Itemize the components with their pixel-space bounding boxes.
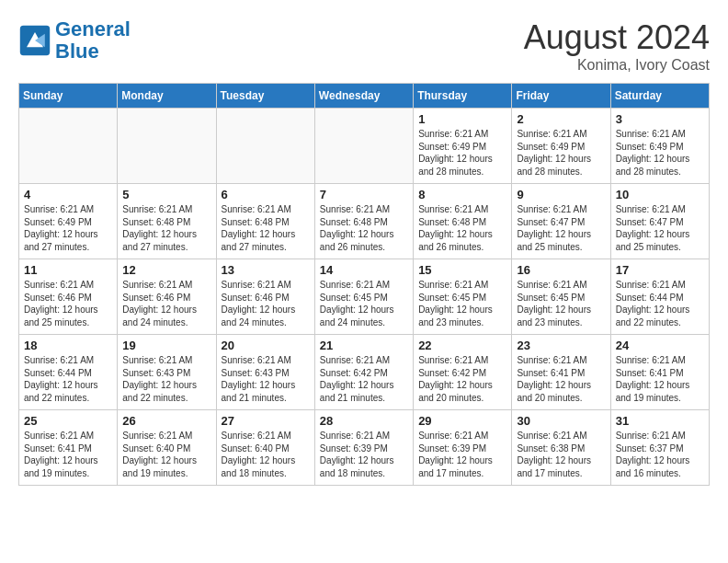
day-number: 15 (418, 263, 506, 277)
calendar-cell: 10Sunrise: 6:21 AM Sunset: 6:47 PM Dayli… (610, 184, 709, 259)
col-header-sunday: Sunday (19, 84, 118, 109)
calendar-table: SundayMondayTuesdayWednesdayThursdayFrid… (18, 83, 710, 486)
day-number: 17 (616, 263, 704, 277)
day-detail: Sunrise: 6:21 AM Sunset: 6:45 PM Dayligh… (418, 279, 506, 328)
day-detail: Sunrise: 6:21 AM Sunset: 6:39 PM Dayligh… (320, 430, 408, 479)
day-detail: Sunrise: 6:21 AM Sunset: 6:45 PM Dayligh… (517, 279, 605, 328)
day-number: 4 (24, 188, 112, 201)
week-row-4: 18Sunrise: 6:21 AM Sunset: 6:44 PM Dayli… (19, 335, 710, 410)
day-number: 28 (320, 414, 408, 428)
calendar-cell: 27Sunrise: 6:21 AM Sunset: 6:40 PM Dayli… (216, 410, 314, 486)
col-header-saturday: Saturday (610, 84, 709, 109)
day-detail: Sunrise: 6:21 AM Sunset: 6:48 PM Dayligh… (122, 203, 210, 253)
day-number: 13 (222, 263, 310, 277)
calendar-cell: 22Sunrise: 6:21 AM Sunset: 6:42 PM Dayli… (414, 335, 512, 410)
calendar-cell: 23Sunrise: 6:21 AM Sunset: 6:41 PM Dayli… (512, 335, 610, 410)
day-number: 3 (616, 112, 704, 126)
col-header-friday: Friday (512, 84, 610, 109)
calendar-cell: 15Sunrise: 6:21 AM Sunset: 6:45 PM Dayli… (414, 259, 512, 335)
day-number: 23 (517, 339, 605, 352)
day-number: 11 (24, 263, 112, 277)
day-number: 10 (616, 188, 704, 201)
day-number: 19 (122, 339, 210, 352)
calendar-cell: 16Sunrise: 6:21 AM Sunset: 6:45 PM Dayli… (512, 259, 610, 335)
day-number: 14 (320, 263, 408, 277)
day-detail: Sunrise: 6:21 AM Sunset: 6:44 PM Dayligh… (616, 279, 704, 328)
calendar-cell: 17Sunrise: 6:21 AM Sunset: 6:44 PM Dayli… (610, 259, 709, 335)
calendar-cell: 31Sunrise: 6:21 AM Sunset: 6:37 PM Dayli… (610, 410, 709, 486)
day-number: 5 (122, 188, 210, 201)
day-detail: Sunrise: 6:21 AM Sunset: 6:43 PM Dayligh… (122, 354, 210, 404)
week-row-5: 25Sunrise: 6:21 AM Sunset: 6:41 PM Dayli… (19, 410, 710, 486)
day-number: 16 (517, 263, 605, 277)
day-detail: Sunrise: 6:21 AM Sunset: 6:43 PM Dayligh… (222, 354, 310, 404)
calendar-cell: 6Sunrise: 6:21 AM Sunset: 6:48 PM Daylig… (216, 184, 314, 259)
location: Konima, Ivory Coast (524, 57, 710, 74)
day-detail: Sunrise: 6:21 AM Sunset: 6:48 PM Dayligh… (418, 203, 506, 253)
logo-line1: General (55, 17, 131, 40)
day-detail: Sunrise: 6:21 AM Sunset: 6:49 PM Dayligh… (616, 128, 704, 178)
day-number: 6 (222, 188, 310, 201)
calendar-cell (118, 109, 216, 184)
calendar-cell: 13Sunrise: 6:21 AM Sunset: 6:46 PM Dayli… (216, 259, 314, 335)
calendar-cell (216, 109, 314, 184)
day-detail: Sunrise: 6:21 AM Sunset: 6:41 PM Dayligh… (616, 354, 704, 404)
day-detail: Sunrise: 6:21 AM Sunset: 6:42 PM Dayligh… (320, 354, 408, 404)
day-number: 21 (320, 339, 408, 352)
calendar-cell: 12Sunrise: 6:21 AM Sunset: 6:46 PM Dayli… (118, 259, 216, 335)
calendar-cell: 5Sunrise: 6:21 AM Sunset: 6:48 PM Daylig… (118, 184, 216, 259)
day-number: 2 (517, 112, 605, 126)
col-header-tuesday: Tuesday (216, 84, 314, 109)
day-detail: Sunrise: 6:21 AM Sunset: 6:46 PM Dayligh… (222, 279, 310, 328)
day-number: 26 (122, 414, 210, 428)
logo-line2: Blue (55, 40, 99, 63)
calendar-cell: 18Sunrise: 6:21 AM Sunset: 6:44 PM Dayli… (19, 335, 118, 410)
calendar-cell: 3Sunrise: 6:21 AM Sunset: 6:49 PM Daylig… (610, 109, 709, 184)
day-detail: Sunrise: 6:21 AM Sunset: 6:49 PM Dayligh… (418, 128, 506, 178)
day-number: 18 (24, 339, 112, 352)
day-number: 25 (24, 414, 112, 428)
day-number: 24 (616, 339, 704, 352)
day-detail: Sunrise: 6:21 AM Sunset: 6:40 PM Dayligh… (122, 430, 210, 479)
calendar-cell: 7Sunrise: 6:21 AM Sunset: 6:48 PM Daylig… (314, 184, 413, 259)
day-detail: Sunrise: 6:21 AM Sunset: 6:46 PM Dayligh… (24, 279, 112, 328)
day-detail: Sunrise: 6:21 AM Sunset: 6:41 PM Dayligh… (24, 430, 112, 479)
col-header-monday: Monday (118, 84, 216, 109)
calendar-cell: 4Sunrise: 6:21 AM Sunset: 6:49 PM Daylig… (19, 184, 118, 259)
calendar-cell: 19Sunrise: 6:21 AM Sunset: 6:43 PM Dayli… (118, 335, 216, 410)
day-detail: Sunrise: 6:21 AM Sunset: 6:47 PM Dayligh… (517, 203, 605, 253)
day-detail: Sunrise: 6:21 AM Sunset: 6:39 PM Dayligh… (418, 430, 506, 479)
day-number: 30 (517, 414, 605, 428)
week-row-2: 4Sunrise: 6:21 AM Sunset: 6:49 PM Daylig… (19, 184, 710, 259)
week-row-3: 11Sunrise: 6:21 AM Sunset: 6:46 PM Dayli… (19, 259, 710, 335)
day-detail: Sunrise: 6:21 AM Sunset: 6:46 PM Dayligh… (122, 279, 210, 328)
calendar-cell (19, 109, 118, 184)
col-header-wednesday: Wednesday (314, 84, 413, 109)
day-number: 29 (418, 414, 506, 428)
week-row-1: 1Sunrise: 6:21 AM Sunset: 6:49 PM Daylig… (19, 109, 710, 184)
page-header: General Blue August 2024 Konima, Ivory C… (18, 18, 710, 74)
title-block: August 2024 Konima, Ivory Coast (524, 18, 710, 74)
calendar-cell: 28Sunrise: 6:21 AM Sunset: 6:39 PM Dayli… (314, 410, 413, 486)
day-number: 31 (616, 414, 704, 428)
day-number: 8 (418, 188, 506, 201)
day-number: 27 (222, 414, 310, 428)
day-number: 22 (418, 339, 506, 352)
day-detail: Sunrise: 6:21 AM Sunset: 6:48 PM Dayligh… (222, 203, 310, 253)
calendar-cell: 29Sunrise: 6:21 AM Sunset: 6:39 PM Dayli… (414, 410, 512, 486)
day-detail: Sunrise: 6:21 AM Sunset: 6:38 PM Dayligh… (517, 430, 605, 479)
day-detail: Sunrise: 6:21 AM Sunset: 6:45 PM Dayligh… (320, 279, 408, 328)
day-detail: Sunrise: 6:21 AM Sunset: 6:47 PM Dayligh… (616, 203, 704, 253)
day-detail: Sunrise: 6:21 AM Sunset: 6:49 PM Dayligh… (24, 203, 112, 253)
calendar-cell: 1Sunrise: 6:21 AM Sunset: 6:49 PM Daylig… (414, 109, 512, 184)
calendar-cell: 26Sunrise: 6:21 AM Sunset: 6:40 PM Dayli… (118, 410, 216, 486)
day-number: 12 (122, 263, 210, 277)
day-number: 9 (517, 188, 605, 201)
day-number: 1 (418, 112, 506, 126)
calendar-cell: 25Sunrise: 6:21 AM Sunset: 6:41 PM Dayli… (19, 410, 118, 486)
calendar-cell: 2Sunrise: 6:21 AM Sunset: 6:49 PM Daylig… (512, 109, 610, 184)
calendar-cell: 8Sunrise: 6:21 AM Sunset: 6:48 PM Daylig… (414, 184, 512, 259)
calendar-cell: 20Sunrise: 6:21 AM Sunset: 6:43 PM Dayli… (216, 335, 314, 410)
day-number: 7 (320, 188, 408, 201)
day-detail: Sunrise: 6:21 AM Sunset: 6:48 PM Dayligh… (320, 203, 408, 253)
